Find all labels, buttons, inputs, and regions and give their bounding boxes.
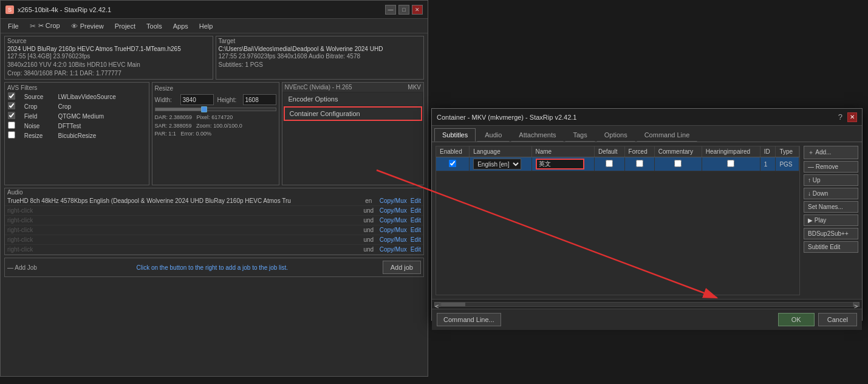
avs-crop-checkbox[interactable] (8, 102, 15, 109)
width-input[interactable] (180, 94, 214, 105)
avs-noise-value: DFTTest (56, 121, 147, 131)
audio-track-5-info: right-click (7, 246, 358, 253)
dialog-close-button[interactable]: ✕ (847, 112, 857, 122)
table-row[interactable]: English [en] (436, 157, 799, 171)
audio-track-2-lang: und (361, 217, 376, 224)
audio-track-4-edit[interactable]: Edit (411, 236, 421, 243)
scroll-left-button[interactable]: < (434, 302, 440, 307)
audio-track-1-copymux[interactable]: Copy/Mux (380, 207, 407, 214)
container-dialog: Container - MKV (mkvmerge) - StaxRip v2.… (431, 108, 863, 321)
subtitles-table-area: Enabled Language Name Default Forced (436, 146, 800, 295)
avs-row-source: Source LWLibavVideoSource (6, 92, 148, 101)
menu-help[interactable]: Help (194, 21, 218, 31)
up-button[interactable]: ↑ Up (804, 174, 858, 186)
audio-track-1-lang: und (361, 207, 376, 214)
row-forced-cell (624, 157, 654, 171)
cancel-button[interactable]: Cancel (818, 313, 857, 326)
subtitle-edit-button[interactable]: Subtitle Edit (804, 241, 858, 253)
audio-track-4-copymux[interactable]: Copy/Mux (380, 236, 407, 243)
scissors-icon: ✂ (30, 22, 36, 30)
audio-track-4: right-click und Copy/Mux Edit (5, 235, 423, 245)
audio-track-0-copymux[interactable]: Copy/Mux (380, 197, 407, 204)
encoder-options-button[interactable]: Encoder Options (284, 93, 423, 105)
menu-file[interactable]: File (3, 21, 24, 31)
remove-button[interactable]: — Remove (804, 161, 858, 173)
nvenc-panel: NVEncC (Nvidia) - H.265 MKV Encoder Opti… (282, 82, 425, 185)
maximize-button[interactable]: □ (398, 5, 409, 15)
audio-track-3-copymux[interactable]: Copy/Mux (380, 227, 407, 233)
height-input[interactable] (243, 94, 276, 105)
hearingimpaired-checkbox[interactable] (727, 160, 734, 167)
help-button[interactable]: ? (836, 112, 845, 122)
menu-tools[interactable]: Tools (142, 21, 167, 31)
ok-button[interactable]: OK (778, 313, 815, 326)
minimize-button[interactable]: — (385, 5, 396, 15)
slider-thumb[interactable] (201, 106, 207, 112)
audio-track-3: right-click und Copy/Mux Edit (5, 225, 423, 235)
window-controls: — □ ✕ (385, 5, 423, 15)
menu-apps[interactable]: Apps (168, 21, 193, 31)
audio-track-4-lang: und (361, 236, 376, 243)
par-stat: PAR: 1:1 Error: 0.00% (155, 130, 276, 139)
audio-track-0-info: TrueHD 8ch 48kHz 4578Kbps English (Deadp… (7, 197, 358, 204)
dar-stat: DAR: 2.388059 Pixel: 6174720 (155, 114, 276, 122)
command-line-button[interactable]: Command Line... (437, 313, 501, 326)
scroll-right-button[interactable]: > (853, 302, 859, 307)
source-target-row: Source 2024 UHD BluRay 2160p HEVC Atmos … (1, 33, 428, 82)
down-button[interactable]: ↓ Down (804, 188, 858, 199)
slider-track[interactable] (155, 108, 276, 111)
add-job-header: — Add Job (7, 264, 37, 271)
dialog-title-bar: Container - MKV (mkvmerge) - StaxRip v2.… (432, 109, 862, 126)
avs-row-crop: Crop Crop (6, 101, 148, 111)
avs-source-checkbox[interactable] (8, 92, 15, 100)
audio-track-2-copymux[interactable]: Copy/Mux (380, 217, 407, 224)
audio-track-3-edit[interactable]: Edit (411, 227, 421, 233)
resize-label: Resize (155, 85, 276, 92)
container-config-button[interactable]: Container Configuration (284, 106, 423, 121)
default-checkbox[interactable] (606, 160, 613, 167)
tab-audio[interactable]: Audio (477, 128, 510, 142)
avs-noise-checkbox[interactable] (8, 122, 15, 129)
slider-fill (155, 108, 203, 111)
col-forced: Forced (624, 146, 654, 157)
menu-crop[interactable]: ✂ ✂ Crop (25, 21, 65, 32)
audio-track-1: right-click und Copy/Mux Edit (5, 206, 423, 216)
nvenc-label-right: MKV (408, 84, 421, 91)
name-input[interactable] (536, 159, 584, 170)
commentary-checkbox[interactable] (674, 160, 682, 167)
add-button[interactable]: ＋ Add... (804, 146, 858, 159)
resize-panel: Resize Width: Height: DAR: 2.388059 Pixe… (152, 82, 279, 185)
col-id: ID (760, 146, 776, 157)
row-type-cell: PGS (776, 157, 799, 171)
tab-command-line[interactable]: Command Line (637, 128, 698, 142)
tab-attachments[interactable]: Attachments (511, 128, 564, 142)
add-job-button[interactable]: Add job (383, 261, 421, 274)
audio-track-5-edit[interactable]: Edit (411, 246, 421, 253)
play-button[interactable]: ▶ Play (804, 214, 858, 226)
bdsup2sub-button[interactable]: BDSup2Sub++ (804, 228, 858, 239)
tab-options[interactable]: Options (596, 128, 635, 142)
source-info3: Crop: 3840/1608 PAR: 1:1 DAR: 1.777777 (7, 69, 210, 78)
audio-track-0-edit[interactable]: Edit (411, 197, 421, 204)
menu-preview[interactable]: 👁 Preview (66, 21, 109, 31)
tab-subtitles[interactable]: Subtitles (434, 128, 476, 142)
row-name-cell (531, 157, 594, 171)
dialog-bottom: Command Line... OK Cancel (432, 309, 862, 330)
audio-track-5-copymux[interactable]: Copy/Mux (380, 246, 407, 253)
tab-tags[interactable]: Tags (565, 128, 595, 142)
row-enabled-checkbox[interactable] (449, 160, 456, 167)
forced-checkbox[interactable] (636, 160, 643, 167)
avs-field-checkbox[interactable] (8, 112, 15, 119)
audio-track-2-edit[interactable]: Edit (411, 217, 421, 224)
close-button[interactable]: ✕ (412, 5, 423, 15)
add-job-text: Click on the button to the right to add … (137, 264, 289, 271)
resize-dimensions-row: Width: Height: (155, 94, 276, 105)
audio-track-1-edit[interactable]: Edit (411, 207, 421, 214)
avs-resize-checkbox[interactable] (8, 131, 15, 139)
main-title-bar: S x265-10bit-4k - StaxRip v2.42.1 — □ ✕ (1, 1, 428, 19)
source-path: 2024 UHD BluRay 2160p HEVC Atmos TrueHD7… (7, 46, 210, 52)
language-select[interactable]: English [en] (473, 159, 521, 170)
set-names-button[interactable]: Set Names... (804, 201, 858, 213)
scroll-bar[interactable] (440, 302, 853, 307)
menu-project[interactable]: Project (110, 21, 140, 31)
